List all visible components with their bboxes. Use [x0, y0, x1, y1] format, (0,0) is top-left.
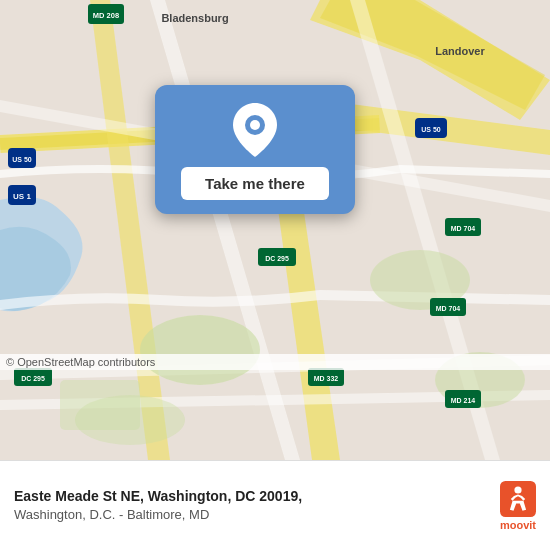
- svg-text:MD 208: MD 208: [93, 11, 119, 20]
- svg-text:US 50: US 50: [421, 126, 441, 133]
- svg-point-7: [75, 395, 185, 445]
- bottom-bar: Easte Meade St NE, Washington, DC 20019,…: [0, 460, 550, 550]
- map-container: US 1 US 50 US 50 MD 208 DC 295 DC 295 DC…: [0, 0, 550, 460]
- svg-text:MD 704: MD 704: [436, 305, 461, 312]
- attribution-text: © OpenStreetMap contributors: [6, 356, 155, 368]
- svg-point-3: [140, 315, 260, 385]
- take-me-there-button[interactable]: Take me there: [181, 167, 329, 200]
- map-background: US 1 US 50 US 50 MD 208 DC 295 DC 295 DC…: [0, 0, 550, 460]
- attribution-bar: © OpenStreetMap contributors: [0, 354, 550, 370]
- svg-text:MD 704: MD 704: [451, 225, 476, 232]
- svg-text:Bladensburg: Bladensburg: [161, 12, 228, 24]
- svg-text:Landover: Landover: [435, 45, 485, 57]
- svg-text:DC 295: DC 295: [21, 375, 45, 382]
- svg-rect-34: [500, 481, 536, 517]
- moovit-icon: [500, 481, 536, 517]
- location-pin-icon: [233, 103, 277, 157]
- address-line1: Easte Meade St NE, Washington, DC 20019,: [14, 487, 490, 507]
- address-line2: Washington, D.C. - Baltimore, MD: [14, 506, 490, 524]
- svg-text:US 1: US 1: [13, 192, 31, 201]
- svg-text:DC 295: DC 295: [265, 255, 289, 262]
- svg-text:US 50: US 50: [12, 156, 32, 163]
- svg-point-33: [250, 120, 260, 130]
- address-block: Easte Meade St NE, Washington, DC 20019,…: [14, 487, 490, 525]
- svg-text:MD 214: MD 214: [451, 397, 476, 404]
- svg-point-35: [514, 486, 521, 493]
- moovit-text: moovit: [500, 519, 536, 531]
- svg-text:MD 332: MD 332: [314, 375, 339, 382]
- moovit-logo[interactable]: moovit: [500, 481, 536, 531]
- popup-card[interactable]: Take me there: [155, 85, 355, 214]
